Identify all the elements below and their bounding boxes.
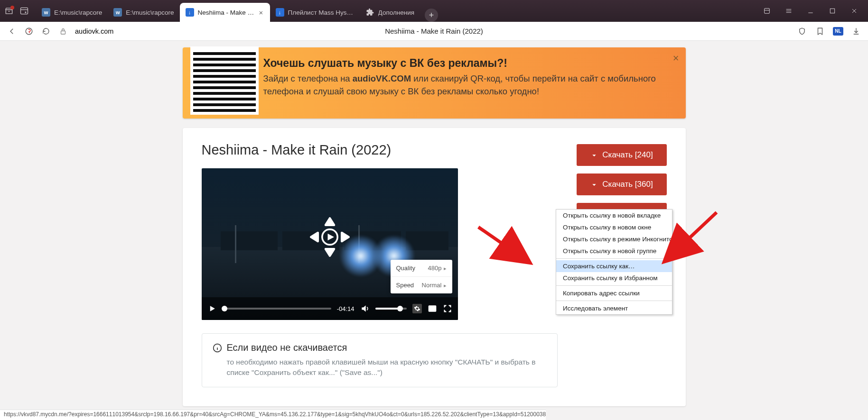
shield-lock-icon[interactable] — [797, 26, 807, 37]
banner-heading: Хочешь слушать музыку с ВК без рекламы?! — [263, 57, 664, 70]
svg-rect-0 — [21, 8, 28, 14]
player-controls: -04:14 — [202, 297, 458, 320]
video-player[interactable]: Quality 480p▸ Speed Normal▸ — [202, 168, 458, 320]
back-icon[interactable] — [7, 26, 17, 37]
time-remaining: -04:14 — [337, 305, 355, 312]
yandex-home-icon[interactable] — [24, 26, 34, 37]
sidebar-toggle-icon[interactable] — [19, 6, 29, 16]
play-icon[interactable] — [207, 304, 217, 313]
download-button-240[interactable]: Скачать [240] — [577, 144, 667, 166]
vk-favicon: w — [113, 8, 122, 17]
tab-1[interactable]: w E:\music\rapcore — [108, 3, 179, 22]
fullscreen-icon[interactable] — [443, 304, 452, 313]
viewport: Хочешь слушать музыку с ВК без рекламы?!… — [0, 41, 868, 420]
context-menu: Открыть ссылку в новой вкладке Открыть с… — [556, 209, 672, 315]
gear-icon[interactable] — [412, 304, 422, 313]
tab-close-icon[interactable]: × — [258, 9, 264, 16]
tab-title: Дополнения — [378, 9, 414, 16]
svg-rect-1 — [765, 9, 770, 14]
url-text[interactable]: audiovk.com — [75, 27, 113, 35]
chevron-right-icon: ▸ — [444, 265, 447, 271]
tab-3[interactable]: ↓ Плейлист Mass Hysteria (2 — [270, 3, 360, 22]
tab-4[interactable]: Дополнения — [360, 3, 420, 22]
reload-icon[interactable] — [41, 26, 51, 37]
tab-title: Плейлист Mass Hysteria (2 — [288, 9, 355, 16]
extension-badge[interactable]: NL — [833, 27, 843, 36]
tab-title: E:\music\rapcore — [126, 9, 174, 16]
player-settings-popup[interactable]: Quality 480p▸ Speed Normal▸ — [391, 260, 452, 293]
download-button-360[interactable]: Скачать [360] — [577, 173, 667, 195]
tab-2-active[interactable]: ↓ Neshiima - Make it Rain × — [180, 3, 270, 22]
vk-favicon: w — [42, 8, 50, 17]
pip-icon[interactable] — [428, 304, 437, 313]
window-maximize-icon[interactable] — [825, 4, 840, 18]
settings-quality-label: Quality — [396, 265, 415, 272]
download-icon — [590, 180, 598, 189]
volume-icon[interactable] — [360, 304, 370, 313]
bookmark-icon[interactable] — [815, 26, 825, 37]
new-tab-button[interactable]: + — [425, 9, 438, 22]
ctx-open-new-group[interactable]: Открыть ссылку в новой группе — [556, 245, 672, 257]
info-icon — [213, 343, 222, 353]
hamburger-menu-icon[interactable] — [782, 4, 796, 18]
puzzle-icon — [366, 8, 374, 17]
seek-bar[interactable] — [223, 308, 331, 310]
ctx-open-incognito[interactable]: Открыть ссылку в режиме Инкогнито — [556, 233, 672, 245]
play-overlay-icon[interactable] — [308, 216, 351, 260]
settings-quality-value: 480p — [428, 265, 442, 272]
context-separator — [556, 258, 672, 259]
context-separator — [556, 285, 672, 286]
settings-speed-row[interactable]: Speed Normal▸ — [391, 276, 452, 293]
tab-title: E:\music\rapcore — [54, 9, 102, 16]
ctx-copy-link[interactable]: Копировать адрес ссылки — [556, 287, 672, 299]
help-body: то необходимо нажать правой клавишей мыш… — [213, 357, 547, 378]
address-bar: audiovk.com Neshiima - Make it Rain (202… — [0, 22, 868, 41]
settings-quality-row[interactable]: Quality 480p▸ — [391, 260, 452, 276]
panel-icon[interactable] — [760, 4, 774, 18]
settings-speed-value: Normal — [422, 282, 442, 289]
window-minimize-icon[interactable] — [803, 4, 818, 18]
context-separator — [556, 301, 672, 301]
download-favicon: ↓ — [186, 8, 194, 17]
browser-titlebar: w E:\music\rapcore w E:\music\rapcore ↓ … — [0, 0, 868, 22]
ctx-inspect[interactable]: Исследовать элемент — [556, 302, 672, 314]
svg-rect-4 — [61, 31, 65, 34]
download-favicon: ↓ — [276, 8, 284, 17]
settings-speed-label: Speed — [396, 282, 414, 289]
help-card: Если видео не скачивается то необходимо … — [202, 333, 558, 387]
page-title: Neshiima - Make it Rain (2022) — [385, 27, 483, 35]
tab-strip: w E:\music\rapcore w E:\music\rapcore ↓ … — [36, 0, 760, 22]
help-heading: Если видео не скачивается — [227, 342, 347, 353]
ctx-save-link-as[interactable]: Сохранить ссылку как… — [556, 260, 672, 272]
chevron-right-icon: ▸ — [444, 283, 447, 288]
downloads-icon[interactable] — [851, 26, 861, 37]
lock-icon[interactable] — [58, 26, 68, 37]
banner-text: Зайди с телефона на audioVK.COM или скан… — [263, 73, 664, 98]
ctx-open-new-window[interactable]: Открыть ссылку в новом окне — [556, 221, 672, 233]
volume-slider[interactable] — [375, 308, 407, 310]
tab-title: Neshiima - Make it Rain — [198, 9, 254, 16]
status-bar: https://vkvd87.mycdn.me/?expires=1666111… — [0, 410, 546, 420]
qr-code — [190, 46, 259, 115]
content-title: Neshiima - Make it Rain (2022) — [202, 142, 558, 158]
promo-banner: Хочешь слушать музыку с ВК без рекламы?!… — [183, 47, 686, 119]
banner-close-icon[interactable]: × — [673, 52, 679, 64]
svg-point-3 — [26, 28, 32, 35]
tab-0[interactable]: w E:\music\rapcore — [36, 3, 108, 22]
window-close-icon[interactable] — [847, 4, 861, 18]
ctx-save-link-fav[interactable]: Сохранить ссылку в Избранном — [556, 272, 672, 284]
download-icon — [590, 151, 598, 159]
svg-rect-2 — [830, 9, 834, 13]
ctx-open-new-tab[interactable]: Открыть ссылку в новой вкладке — [556, 210, 672, 221]
store-icon[interactable] — [4, 6, 14, 16]
